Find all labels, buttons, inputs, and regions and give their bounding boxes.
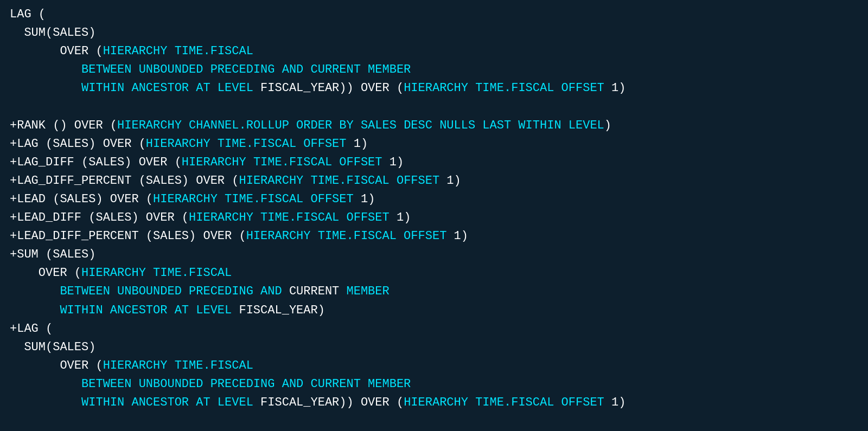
code-line: +LAG (SALES) OVER (HIERARCHY TIME.FISCAL… [10,135,858,153]
code-line: +LEAD (SALES) OVER (HIERARCHY TIME.FISCA… [10,190,858,209]
code-token: FISCAL_YEAR [260,81,339,95]
code-token: ) [404,211,411,224]
code-line: +LAG_DIFF_PERCENT (SALES) OVER (HIERARCH… [10,172,858,190]
code-token: 1 [354,137,361,151]
code-token: HIERARCHY TIME.FISCAL [103,359,253,372]
code-line: WITHIN ANCESTOR AT LEVEL FISCAL_YEAR) [10,301,858,320]
code-line: OVER (HIERARCHY TIME.FISCAL [10,357,858,375]
code-token: LAG (SALES) OVER ( [17,137,146,151]
code-line: OVER (HIERARCHY TIME.FISCAL [10,264,858,282]
code-token: HIERARCHY TIME.FISCAL OFFSET [153,192,361,206]
code-token: )) OVER ( [339,396,404,409]
code-line: SUM(SALES) [10,24,858,42]
code-token: HIERARCHY CHANNEL.ROLLUP ORDER BY SALES … [117,119,604,132]
code-token: RANK () OVER ( [17,119,117,132]
code-line: BETWEEN UNBOUNDED PRECEDING AND CURRENT … [10,61,858,79]
code-token: OVER ( [10,266,81,280]
code-token: + [10,192,17,206]
code-line: SUM(SALES) [10,338,858,357]
code-token: WITHIN ANCESTOR AT LEVEL [10,81,260,95]
code-line: +LAG ( [10,320,858,338]
code-token: LAG ( [17,322,53,336]
code-line: +RANK () OVER (HIERARCHY CHANNEL.ROLLUP … [10,117,858,135]
code-token: HIERARCHY TIME.FISCAL OFFSET [246,229,454,243]
code-token: + [10,211,17,224]
code-token: + [10,119,17,132]
code-token: HIERARCHY TIME.FISCAL OFFSET [189,211,397,224]
code-token: ) [361,137,368,151]
code-token: FISCAL_YEAR [260,396,339,409]
code-line: +LEAD_DIFF (SALES) OVER (HIERARCHY TIME.… [10,209,858,227]
code-line: BETWEEN UNBOUNDED PRECEDING AND CURRENT … [10,282,858,301]
code-token: ) [618,81,626,95]
code-line: +LEAD_DIFF_PERCENT (SALES) OVER (HIERARC… [10,227,858,246]
code-token: 1 [446,174,454,188]
code-token: + [10,156,17,169]
code-token: 1 [611,81,618,95]
code-token: 1 [390,156,397,169]
code-token: + [10,248,17,261]
code-token: ) [461,229,468,243]
code-token: )) OVER ( [339,81,404,95]
code-token: HIERARCHY TIME.FISCAL OFFSET [404,396,611,409]
code-token: 1 [611,396,618,409]
code-token: HIERARCHY TIME.FISCAL [103,44,253,58]
code-token: 1 [397,211,404,224]
code-line: LAG ( [10,5,858,24]
code-line: OVER (HIERARCHY TIME.FISCAL [10,42,858,61]
code-editor: LAG ( SUM(SALES) OVER (HIERARCHY TIME.FI… [10,5,858,412]
code-token: + [10,137,17,151]
code-token: LEAD_DIFF_PERCENT (SALES) OVER ( [17,229,246,243]
code-token: ) [618,396,626,409]
code-token: HIERARCHY TIME.FISCAL [81,266,232,280]
code-token: BETWEEN UNBOUNDED PRECEDING AND CURRENT … [10,63,411,76]
code-token: SUM(SALES) [10,340,95,354]
code-token: ) [368,192,375,206]
code-token: LEAD_DIFF (SALES) OVER ( [17,211,189,224]
code-token: HIERARCHY TIME.FISCAL OFFSET [404,81,611,95]
code-line: BETWEEN UNBOUNDED PRECEDING AND CURRENT … [10,375,858,394]
code-line [10,98,858,116]
code-token: HIERARCHY TIME.FISCAL OFFSET [239,174,446,188]
code-token: LAG_DIFF_PERCENT (SALES) OVER ( [17,174,239,188]
code-token: + [10,229,17,243]
code-token: ) [454,174,461,188]
code-line: WITHIN ANCESTOR AT LEVEL FISCAL_YEAR)) O… [10,394,858,412]
code-token: ) [318,304,325,317]
code-token: WITHIN ANCESTOR AT LEVEL [10,304,239,317]
code-line: +SUM (SALES) [10,246,858,264]
code-token: OVER ( [10,44,103,58]
code-token: 1 [361,192,368,206]
code-token: + [10,174,17,188]
code-token: BETWEEN UNBOUNDED PRECEDING AND CURRENT … [10,377,411,391]
code-token: ) [604,119,611,132]
code-token: LEAD (SALES) OVER ( [17,192,153,206]
code-token: MEMBER [339,285,389,298]
code-token: ) [397,156,404,169]
code-token: + [10,322,17,336]
code-token: LAG ( [10,8,46,21]
code-line: +LAG_DIFF (SALES) OVER (HIERARCHY TIME.F… [10,153,858,172]
code-line: WITHIN ANCESTOR AT LEVEL FISCAL_YEAR)) O… [10,79,858,98]
code-token: CURRENT [289,285,339,298]
code-token: BETWEEN UNBOUNDED PRECEDING AND [10,285,289,298]
code-token: OVER ( [10,359,103,372]
code-token: HIERARCHY TIME.FISCAL OFFSET [146,137,354,151]
code-token: SUM(SALES) [10,26,95,40]
code-token: WITHIN ANCESTOR AT LEVEL [10,396,260,409]
code-token: 1 [454,229,461,243]
code-token: SUM (SALES) [17,248,95,261]
code-token: LAG_DIFF (SALES) OVER ( [17,156,182,169]
code-token: FISCAL_YEAR [239,304,317,317]
code-token: HIERARCHY TIME.FISCAL OFFSET [182,156,390,169]
